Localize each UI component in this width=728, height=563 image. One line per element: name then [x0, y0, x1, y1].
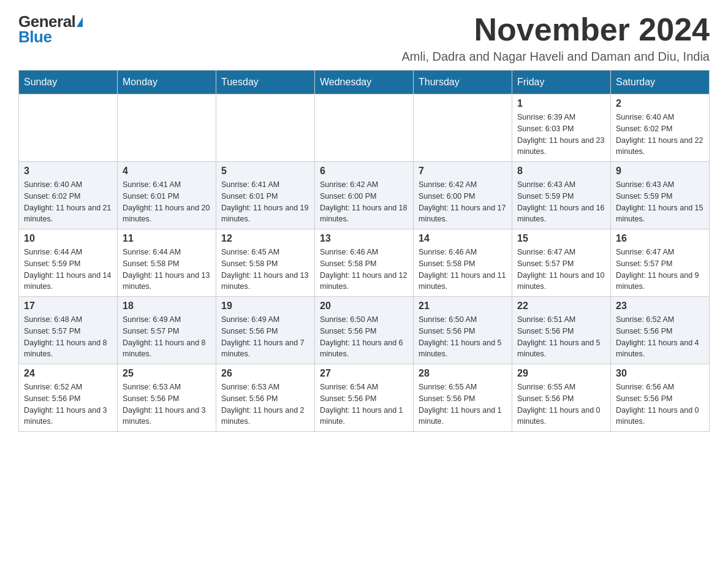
calendar-cell: 26Sunrise: 6:53 AMSunset: 5:56 PMDayligh… [216, 364, 315, 432]
calendar-cell: 27Sunrise: 6:54 AMSunset: 5:56 PMDayligh… [315, 364, 414, 432]
day-info: Sunrise: 6:39 AMSunset: 6:03 PMDaylight:… [517, 112, 605, 158]
day-number: 1 [517, 98, 605, 109]
day-number: 6 [320, 166, 408, 177]
day-info: Sunrise: 6:52 AMSunset: 5:56 PMDaylight:… [24, 381, 112, 427]
calendar-cell: 19Sunrise: 6:49 AMSunset: 5:56 PMDayligh… [216, 297, 315, 364]
day-number: 25 [123, 368, 211, 379]
calendar-cell [414, 94, 512, 162]
day-number: 29 [517, 368, 605, 379]
day-info: Sunrise: 6:53 AMSunset: 5:56 PMDaylight:… [123, 381, 211, 427]
logo: General Blue [18, 12, 83, 47]
weekday-header-friday: Friday [512, 71, 611, 94]
calendar-cell [19, 94, 118, 162]
calendar-cell: 13Sunrise: 6:46 AMSunset: 5:58 PMDayligh… [315, 229, 414, 297]
day-number: 20 [320, 301, 408, 312]
day-info: Sunrise: 6:53 AMSunset: 5:56 PMDaylight:… [221, 381, 309, 427]
calendar-cell: 28Sunrise: 6:55 AMSunset: 5:56 PMDayligh… [414, 364, 512, 432]
calendar-cell: 3Sunrise: 6:40 AMSunset: 6:02 PMDaylight… [19, 162, 118, 229]
weekday-header-sunday: Sunday [19, 71, 118, 94]
calendar-cell: 11Sunrise: 6:44 AMSunset: 5:58 PMDayligh… [118, 229, 216, 297]
title-area: November 2024 Amli, Dadra and Nagar Have… [402, 12, 710, 64]
calendar-cell [118, 94, 216, 162]
day-number: 16 [616, 233, 704, 244]
calendar-cell: 18Sunrise: 6:49 AMSunset: 5:57 PMDayligh… [118, 297, 216, 364]
day-info: Sunrise: 6:55 AMSunset: 5:56 PMDaylight:… [517, 381, 605, 427]
day-number: 15 [517, 233, 605, 244]
day-number: 2 [616, 98, 704, 109]
calendar-cell: 17Sunrise: 6:48 AMSunset: 5:57 PMDayligh… [19, 297, 118, 364]
day-info: Sunrise: 6:42 AMSunset: 6:00 PMDaylight:… [419, 179, 507, 225]
calendar-cell: 20Sunrise: 6:50 AMSunset: 5:56 PMDayligh… [315, 297, 414, 364]
header: General Blue November 2024 Amli, Dadra a… [18, 12, 710, 64]
day-number: 22 [517, 301, 605, 312]
calendar-cell: 9Sunrise: 6:43 AMSunset: 5:59 PMDaylight… [611, 162, 710, 229]
calendar-cell: 8Sunrise: 6:43 AMSunset: 5:59 PMDaylight… [512, 162, 611, 229]
day-number: 24 [24, 368, 112, 379]
month-title: November 2024 [402, 12, 710, 47]
weekday-header-tuesday: Tuesday [216, 71, 315, 94]
day-number: 13 [320, 233, 408, 244]
location-subtitle: Amli, Dadra and Nagar Haveli and Daman a… [402, 50, 710, 64]
day-number: 27 [320, 368, 408, 379]
week-row-3: 10Sunrise: 6:44 AMSunset: 5:59 PMDayligh… [19, 229, 710, 297]
day-number: 18 [123, 301, 211, 312]
calendar-cell [315, 94, 414, 162]
day-info: Sunrise: 6:43 AMSunset: 5:59 PMDaylight:… [517, 179, 605, 225]
calendar-cell: 22Sunrise: 6:51 AMSunset: 5:56 PMDayligh… [512, 297, 611, 364]
day-number: 23 [616, 301, 704, 312]
weekday-header-row: SundayMondayTuesdayWednesdayThursdayFrid… [19, 71, 710, 94]
day-info: Sunrise: 6:46 AMSunset: 5:58 PMDaylight:… [419, 247, 507, 293]
calendar-cell: 16Sunrise: 6:47 AMSunset: 5:57 PMDayligh… [611, 229, 710, 297]
weekday-header-saturday: Saturday [611, 71, 710, 94]
calendar-cell: 14Sunrise: 6:46 AMSunset: 5:58 PMDayligh… [414, 229, 512, 297]
day-info: Sunrise: 6:47 AMSunset: 5:57 PMDaylight:… [517, 247, 605, 293]
day-number: 4 [123, 166, 211, 177]
day-number: 8 [517, 166, 605, 177]
calendar-cell: 23Sunrise: 6:52 AMSunset: 5:56 PMDayligh… [611, 297, 710, 364]
week-row-4: 17Sunrise: 6:48 AMSunset: 5:57 PMDayligh… [19, 297, 710, 364]
logo-triangle-icon [77, 17, 83, 27]
weekday-header-thursday: Thursday [414, 71, 512, 94]
day-info: Sunrise: 6:42 AMSunset: 6:00 PMDaylight:… [320, 179, 408, 225]
calendar-cell [216, 94, 315, 162]
day-number: 9 [616, 166, 704, 177]
calendar-cell: 29Sunrise: 6:55 AMSunset: 5:56 PMDayligh… [512, 364, 611, 432]
day-info: Sunrise: 6:52 AMSunset: 5:56 PMDaylight:… [616, 314, 704, 360]
calendar-cell: 12Sunrise: 6:45 AMSunset: 5:58 PMDayligh… [216, 229, 315, 297]
calendar-cell: 7Sunrise: 6:42 AMSunset: 6:00 PMDaylight… [414, 162, 512, 229]
day-number: 30 [616, 368, 704, 379]
week-row-1: 1Sunrise: 6:39 AMSunset: 6:03 PMDaylight… [19, 94, 710, 162]
day-info: Sunrise: 6:44 AMSunset: 5:59 PMDaylight:… [24, 247, 112, 293]
day-number: 12 [221, 233, 309, 244]
day-number: 3 [24, 166, 112, 177]
day-info: Sunrise: 6:41 AMSunset: 6:01 PMDaylight:… [123, 179, 211, 225]
calendar-cell: 30Sunrise: 6:56 AMSunset: 5:56 PMDayligh… [611, 364, 710, 432]
calendar-table: SundayMondayTuesdayWednesdayThursdayFrid… [18, 70, 710, 432]
day-number: 21 [419, 301, 507, 312]
day-info: Sunrise: 6:49 AMSunset: 5:57 PMDaylight:… [123, 314, 211, 360]
calendar-cell: 25Sunrise: 6:53 AMSunset: 5:56 PMDayligh… [118, 364, 216, 432]
day-info: Sunrise: 6:49 AMSunset: 5:56 PMDaylight:… [221, 314, 309, 360]
day-number: 17 [24, 301, 112, 312]
calendar-cell: 4Sunrise: 6:41 AMSunset: 6:01 PMDaylight… [118, 162, 216, 229]
day-info: Sunrise: 6:45 AMSunset: 5:58 PMDaylight:… [221, 247, 309, 293]
day-number: 11 [123, 233, 211, 244]
day-number: 19 [221, 301, 309, 312]
day-info: Sunrise: 6:41 AMSunset: 6:01 PMDaylight:… [221, 179, 309, 225]
day-number: 7 [419, 166, 507, 177]
day-info: Sunrise: 6:50 AMSunset: 5:56 PMDaylight:… [320, 314, 408, 360]
calendar-cell: 1Sunrise: 6:39 AMSunset: 6:03 PMDaylight… [512, 94, 611, 162]
week-row-5: 24Sunrise: 6:52 AMSunset: 5:56 PMDayligh… [19, 364, 710, 432]
day-info: Sunrise: 6:54 AMSunset: 5:56 PMDaylight:… [320, 381, 408, 427]
day-info: Sunrise: 6:51 AMSunset: 5:56 PMDaylight:… [517, 314, 605, 360]
day-number: 5 [221, 166, 309, 177]
calendar-cell: 6Sunrise: 6:42 AMSunset: 6:00 PMDaylight… [315, 162, 414, 229]
day-info: Sunrise: 6:47 AMSunset: 5:57 PMDaylight:… [616, 247, 704, 293]
day-number: 14 [419, 233, 507, 244]
logo-blue-text: Blue [18, 28, 51, 47]
day-number: 10 [24, 233, 112, 244]
calendar-cell: 5Sunrise: 6:41 AMSunset: 6:01 PMDaylight… [216, 162, 315, 229]
calendar-cell: 15Sunrise: 6:47 AMSunset: 5:57 PMDayligh… [512, 229, 611, 297]
calendar-cell: 21Sunrise: 6:50 AMSunset: 5:56 PMDayligh… [414, 297, 512, 364]
calendar-cell: 10Sunrise: 6:44 AMSunset: 5:59 PMDayligh… [19, 229, 118, 297]
